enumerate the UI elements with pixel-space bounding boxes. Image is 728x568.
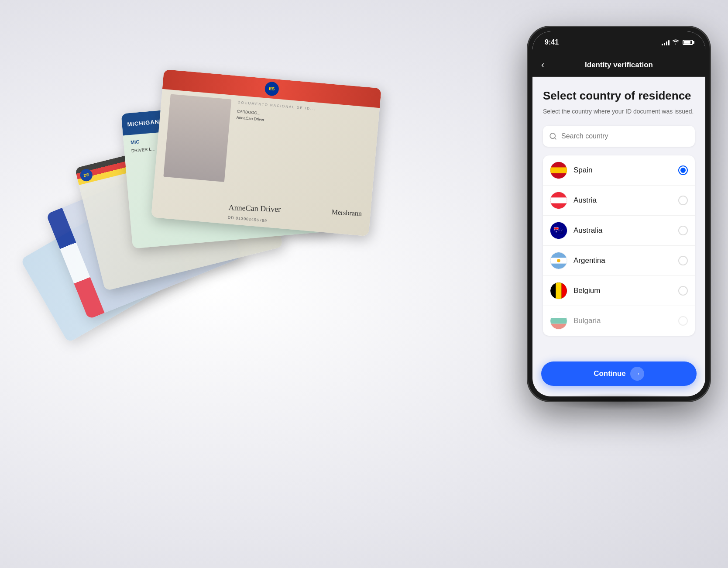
- phone-body: 9:41: [527, 26, 711, 402]
- svg-rect-16: [556, 282, 561, 299]
- signal-icon: [662, 39, 670, 45]
- status-bar: 9:41: [532, 31, 705, 53]
- search-bar[interactable]: [543, 126, 695, 147]
- search-input[interactable]: [561, 132, 689, 140]
- svg-rect-17: [562, 282, 567, 299]
- flag-argentina: [550, 252, 567, 269]
- radio-belgium[interactable]: [678, 286, 688, 296]
- country-name-spain: Spain: [573, 166, 678, 175]
- back-button[interactable]: ‹: [541, 59, 544, 71]
- country-name-australia: Australia: [573, 226, 678, 235]
- svg-point-13: [557, 259, 560, 262]
- radio-austria[interactable]: [678, 196, 688, 205]
- svg-rect-6: [550, 198, 567, 203]
- nav-title: Identity verification: [585, 61, 653, 69]
- country-name-argentina: Argentina: [573, 256, 678, 265]
- radio-spain[interactable]: [678, 165, 688, 175]
- country-item-argentina[interactable]: Argentina: [543, 246, 695, 276]
- content-area: Select country of residence Select the c…: [532, 77, 705, 396]
- country-item-australia[interactable]: 🇦🇺 Australia: [543, 216, 695, 246]
- content-inner: Select country of residence Select the c…: [532, 77, 705, 379]
- flag-bulgaria: [550, 312, 567, 330]
- id-card-5: ES DOCUMENTO NACIONAL DE ID... CARDOOO..…: [151, 69, 381, 236]
- phone-mockup: 9:41: [527, 26, 711, 402]
- flag-austria: [550, 192, 567, 209]
- country-name-austria: Austria: [573, 196, 678, 205]
- battery-icon: [683, 40, 693, 45]
- radio-bulgaria[interactable]: [678, 316, 688, 326]
- svg-rect-20: [550, 318, 567, 324]
- continue-arrow-icon: →: [630, 367, 644, 381]
- wifi-icon: [672, 39, 679, 46]
- radio-argentina[interactable]: [678, 256, 688, 265]
- country-item-bulgaria[interactable]: Bulgaria: [543, 306, 695, 336]
- flag-belgium: [550, 282, 567, 299]
- status-time: 9:41: [545, 38, 559, 46]
- phone-shadow: [545, 393, 693, 410]
- phone-screen: 9:41: [532, 31, 705, 396]
- id-cards-fan: DE MICHIGAN DRIVER LICENSE MIC DRIVER L.…: [26, 35, 384, 428]
- country-item-spain[interactable]: Spain: [543, 155, 695, 186]
- nav-bar: ‹ Identity verification: [532, 53, 705, 77]
- svg-text:🇦🇺: 🇦🇺: [553, 225, 564, 235]
- country-item-austria[interactable]: Austria: [543, 186, 695, 216]
- radio-australia[interactable]: [678, 226, 688, 235]
- continue-button-label: Continue: [594, 369, 626, 378]
- svg-line-1: [554, 138, 556, 139]
- country-item-belgium[interactable]: Belgium: [543, 276, 695, 306]
- page-title: Select country of residence: [543, 89, 695, 103]
- country-name-bulgaria: Bulgaria: [573, 317, 678, 325]
- page-subtitle: Select the country where your ID documen…: [543, 107, 695, 116]
- search-icon: [549, 132, 557, 140]
- svg-rect-21: [550, 324, 567, 329]
- continue-button[interactable]: Continue →: [541, 361, 697, 386]
- country-name-belgium: Belgium: [573, 286, 678, 295]
- continue-button-wrapper: Continue →: [532, 361, 705, 386]
- svg-rect-3: [550, 168, 567, 173]
- flag-australia: 🇦🇺: [550, 222, 567, 239]
- status-icons: [662, 39, 693, 46]
- flag-spain: [550, 162, 567, 179]
- country-list: Spain Aust: [543, 155, 695, 336]
